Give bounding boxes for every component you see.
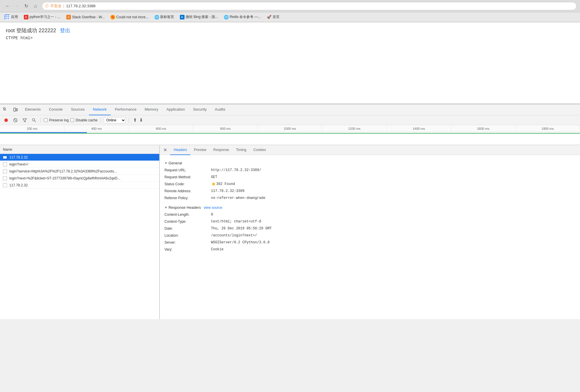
export-button[interactable]: ⬇ <box>139 117 143 123</box>
bookmark-python[interactable]: C python学习之一：... <box>22 14 63 20</box>
detail-key: Location: <box>164 233 211 238</box>
detail-value: Thu, 26 Dec 2019 05:56:29 GMT <box>211 226 272 231</box>
timeline-label: 600 ms <box>129 125 194 132</box>
requests-panel: Name 117.78.2.32login?next=/login?servic… <box>0 145 160 319</box>
bookmark-homepage[interactable]: 🚀 首页 <box>264 14 282 20</box>
details-tab-preview[interactable]: Preview <box>190 145 210 155</box>
svg-rect-2 <box>14 108 16 111</box>
devtools: ElementsConsoleSourcesNetworkPerformance… <box>0 104 580 319</box>
details-tab-response[interactable]: Response <box>210 145 232 155</box>
record-button[interactable] <box>2 116 10 124</box>
bing-icon: b <box>180 15 185 19</box>
details-panel: ✕ HeadersPreviewResponseTimingCookies Ge… <box>160 145 580 319</box>
request-name: login?next=/ <box>9 162 28 166</box>
inspect-element-button[interactable] <box>1 105 10 114</box>
detail-row: Request Method:GET <box>164 175 575 180</box>
bookmark-bing[interactable]: b 微软 Bing 搜索 - 国... <box>178 14 220 20</box>
timeline-green-bar <box>0 133 580 134</box>
bookmark-newtab[interactable]: 🌐 新标签页 <box>152 14 176 20</box>
detail-row: Referrer Policy:no-referrer-when-downgra… <box>164 195 575 201</box>
import-button[interactable]: ⬆ <box>133 117 137 123</box>
bookmark-homepage-label: 首页 <box>273 15 280 19</box>
bookmark-bing-label: 微软 Bing 搜索 - 国... <box>186 15 218 19</box>
detail-row: Request URL:http://117.78.2.32:3389/ <box>164 168 575 173</box>
devtools-tab-sources[interactable]: Sources <box>67 104 89 115</box>
bookmark-apps-label: 应用 <box>11 15 18 19</box>
collapse-icon: ▼ <box>164 206 167 209</box>
preserve-log-checkbox[interactable]: Preserve log <box>44 118 69 122</box>
request-name: login?service=http%3A%2F%2F117.78.2.32%3… <box>9 169 117 173</box>
details-tab-timing[interactable]: Timing <box>232 145 250 155</box>
view-source-link[interactable]: view source <box>204 206 222 210</box>
bookmark-newtab-label: 新标签页 <box>160 15 174 19</box>
request-item[interactable]: login?next=%2F&ticket=ST-1577339789-r0ay… <box>0 175 159 182</box>
detail-value: WSGIServer/0.2 CPython/3.6.8 <box>211 240 270 245</box>
address-bar[interactable]: ⓘ 不安全 | 117.78.2.32:3389 <box>42 2 577 10</box>
bookmark-redis[interactable]: 🌐 Redis 命令参考 —... <box>221 14 263 20</box>
timeline-graph <box>0 132 580 145</box>
detail-value: 302 Found <box>211 181 235 187</box>
devtools-tab-memory[interactable]: Memory <box>141 104 162 115</box>
devtools-tab-bar: ElementsConsoleSourcesNetworkPerformance… <box>0 104 580 115</box>
filter-button[interactable] <box>21 116 28 124</box>
request-item[interactable]: login?service=http%3A%2F%2F117.78.2.32%3… <box>0 168 159 175</box>
close-details-button[interactable]: ✕ <box>162 147 168 153</box>
svg-rect-3 <box>16 109 17 111</box>
search-button[interactable] <box>30 116 38 124</box>
bookmark-stackoverflow-label: Stack Overflow - W... <box>72 15 105 19</box>
timeline-label: 1800 ms <box>515 125 580 132</box>
forward-button[interactable]: → <box>13 2 21 10</box>
logout-link[interactable]: 登出 <box>60 28 70 33</box>
request-item[interactable]: login?next=/ <box>0 161 159 168</box>
detail-value: 117.78.2.32:3389 <box>211 188 244 194</box>
timeline-label: 1000 ms <box>258 125 322 132</box>
devtools-tab-network[interactable]: Network <box>89 104 111 115</box>
bookmarks-bar: 应用 C python学习之一：... S Stack Overflow - W… <box>0 12 580 22</box>
security-warning-icon: ⓘ <box>45 3 49 8</box>
bookmark-apps[interactable]: 应用 <box>2 14 20 20</box>
device-toolbar-button[interactable] <box>11 105 20 114</box>
apps-grid-icon <box>5 15 10 20</box>
details-content: General Request URL:http://117.78.2.32:3… <box>160 155 580 257</box>
devtools-tab-elements[interactable]: Elements <box>21 104 45 115</box>
details-tab-headers[interactable]: Headers <box>170 145 190 155</box>
devtools-tab-console[interactable]: Console <box>45 104 67 115</box>
devtools-tab-security[interactable]: Security <box>189 104 211 115</box>
detail-value: 0 <box>211 212 213 217</box>
reload-button[interactable]: ↻ <box>22 2 30 10</box>
detail-key: Content-Length: <box>164 212 211 217</box>
request-name: login?next=%2F&ticket=ST-1577339789-r0ay… <box>9 176 120 180</box>
request-checkbox <box>3 155 7 159</box>
disable-cache-checkbox[interactable]: Disable cache <box>70 118 97 122</box>
detail-value: GET <box>211 175 217 180</box>
response-headers-header: ▼ Response Headers view source <box>164 205 575 210</box>
request-item[interactable]: 117.78.2.32 <box>0 154 159 161</box>
svg-point-7 <box>33 118 35 121</box>
timeline-label: 1200 ms <box>322 125 387 132</box>
bookmark-couldnot-label: Could not not incre... <box>116 15 148 19</box>
details-tabs: HeadersPreviewResponseTimingCookies <box>170 145 269 155</box>
detail-row: Status Code:302 Found <box>164 181 575 187</box>
bookmark-stackoverflow[interactable]: S Stack Overflow - W... <box>64 14 107 20</box>
request-item[interactable]: 117.78.2.32 <box>0 182 159 189</box>
couldnot-icon: 🔖 <box>110 15 115 19</box>
svg-rect-0 <box>3 108 5 109</box>
toolbar-separator-1 <box>41 118 41 123</box>
detail-key: Request URL: <box>164 168 211 173</box>
detail-key: Content-Type: <box>164 219 211 224</box>
devtools-tab-performance[interactable]: Performance <box>111 104 140 115</box>
back-button[interactable]: ← <box>3 2 12 10</box>
detail-row: Content-Type:text/html; charset=utf-8 <box>164 219 575 224</box>
devtools-tab-audits[interactable]: Audits <box>211 104 229 115</box>
svg-point-4 <box>4 118 8 122</box>
clear-button[interactable] <box>12 116 19 124</box>
home-button[interactable]: ⌂ <box>31 2 40 10</box>
details-tab-cookies[interactable]: Cookies <box>250 145 269 155</box>
network-throttle-select[interactable]: Online Offline Slow 3G Fast 3G <box>104 117 126 123</box>
general-fields: Request URL:http://117.78.2.32:3389/Requ… <box>164 168 575 201</box>
bookmark-couldnot[interactable]: 🔖 Could not not incre... <box>108 14 151 20</box>
import-export-buttons: ⬆ ⬇ <box>133 117 143 123</box>
general-section-header: General <box>164 161 575 165</box>
response-headers-section: ▼ Response Headers view source Content-L… <box>164 205 575 252</box>
devtools-tab-application[interactable]: Application <box>162 104 189 115</box>
